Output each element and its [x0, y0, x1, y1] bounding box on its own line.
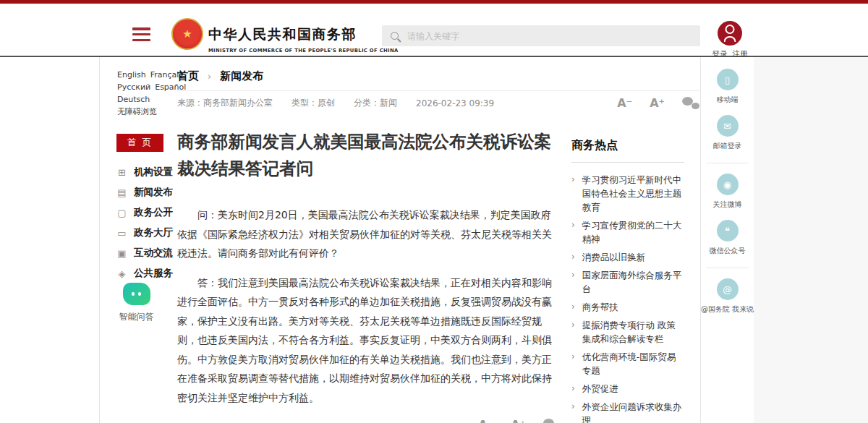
language-link[interactable]: English [117, 70, 146, 80]
article-category: 分类：新闻 [354, 97, 397, 109]
wechat-link[interactable]: ❝微信公众号 [701, 220, 754, 256]
national-emblem-logo: ★ [171, 18, 203, 50]
search-input[interactable] [406, 30, 692, 42]
article-title: 商务部新闻发言人就美国最高法院公布关税诉讼案裁决结果答记者问 [177, 129, 561, 182]
article-paragraph: 答：我们注意到美国最高法院公布关税诉讼案裁决结果，正在对相关内容和影响进行全面评… [177, 273, 561, 408]
public-service-icon: ◈ [116, 268, 127, 279]
article-type: 类型：原创 [292, 97, 335, 109]
hot-topic-link[interactable]: ›外贸促进 [571, 382, 684, 396]
site-title-block: 中华人民共和国商务部 MINISTRY OF COMMERCE OF THE P… [208, 25, 399, 54]
sidebar-item-interaction[interactable]: ▣互动交流 [116, 243, 173, 263]
weibo-link[interactable]: ◉关注微博 [701, 174, 754, 210]
divider [177, 90, 699, 91]
document-icon: ▢ [116, 208, 127, 218]
language-row: РусскийEspañol [117, 81, 173, 93]
hot-topic-link[interactable]: ›学习宣传贯彻党的二十大精神 [571, 218, 684, 246]
hot-topic-label: 外资企业问题诉求收集办理 [582, 400, 684, 423]
sidebar-item-label: 互动交流 [134, 247, 173, 260]
sidebar-item-home[interactable]: 首 页 [116, 134, 163, 152]
left-sidebar: EnglishFrançaisРусскийEspañolDeutsch无障碍浏… [99, 57, 173, 423]
emblem-star-icon: ★ [182, 29, 192, 40]
rail-item-label: 关注微博 [701, 200, 754, 210]
sidebar-item-org[interactable]: ⊞机构设置 [116, 162, 173, 182]
language-switcher: EnglishFrançaisРусскийEspañolDeutsch无障碍浏… [100, 57, 173, 118]
account-area: 登录 注册 [712, 21, 748, 59]
article-body: 问：美东时间2月20日，美国最高法院公布关税诉讼案裁决结果，判定美国政府依据《国… [177, 205, 561, 407]
sidebar-item-label: 新闻发布 [134, 186, 173, 199]
breadcrumb-home[interactable]: 首页 [177, 69, 199, 83]
hot-topic-link[interactable]: ›外资企业问题诉求收集办理 [571, 400, 684, 423]
hot-topic-link[interactable]: ›商务帮扶 [571, 300, 684, 314]
hot-topic-label: 优化营商环境-国际贸易专题 [582, 350, 684, 377]
site-subtitle: MINISTRY OF COMMERCE OF THE PEOPLE'S REP… [208, 48, 399, 54]
site-title: 中华人民共和国商务部 [208, 25, 399, 44]
service-hall-icon: ▭ [116, 228, 127, 239]
sidebar-nav: ⊞机构设置▤新闻发布▢政务公开▭政务大厅▣互动交流◈公共服务 [116, 162, 173, 283]
chevron-right-icon: › [571, 218, 575, 246]
language-link[interactable]: Deutsch [117, 95, 150, 104]
rail-item-label: @国务院 我来说 [701, 304, 754, 315]
org-grid-icon: ⊞ [116, 167, 127, 178]
sidebar-item-label: 政务公开 [134, 206, 173, 219]
rail-item-label: 微信公众号 [701, 246, 754, 256]
article-source: 来源：商务部新闻办公室 [177, 97, 273, 109]
language-row: Deutsch [117, 93, 173, 106]
font-increase-button[interactable]: A⁺ [650, 98, 665, 109]
hot-topic-link[interactable]: ›消费品以旧换新 [571, 250, 684, 264]
hot-topic-link[interactable]: ›学习贯彻习近平新时代中国特色社会主义思想主题教育 [571, 173, 684, 214]
sidebar-item-service-hall[interactable]: ▭政务大厅 [116, 223, 173, 243]
chevron-right-icon: › [571, 400, 575, 423]
sidebar-item-label: 公共服务 [134, 267, 173, 280]
sidebar-item-gov-info[interactable]: ▢政务公开 [116, 202, 173, 223]
chat-icon: ▣ [116, 248, 127, 259]
sidebar-item-news[interactable]: ▤新闻发布 [116, 182, 173, 202]
accessibility-link[interactable]: 无障碍浏览 [117, 106, 173, 118]
search-box[interactable] [382, 25, 700, 46]
font-decrease-button[interactable]: A⁻ [617, 98, 632, 109]
divider [707, 163, 749, 163]
hot-topic-link[interactable]: ›国家层面海外综合服务平台 [571, 268, 684, 296]
divider [707, 268, 749, 268]
font-increase-button[interactable]: A⁺ [511, 419, 526, 423]
hot-topic-label: 学习宣传贯彻党的二十大精神 [582, 218, 684, 246]
breadcrumb: 首页 › 新闻发布 [177, 69, 263, 83]
rail-item-label: 邮箱登录 [701, 141, 754, 151]
hot-topic-label: 外贸促进 [582, 382, 618, 396]
chevron-right-icon: › [571, 300, 575, 314]
language-row: EnglishFrançais [117, 69, 173, 81]
breadcrumb-current[interactable]: 新闻发布 [220, 69, 263, 83]
hot-topic-link[interactable]: ›优化营商环境-国际贸易专题 [571, 350, 684, 377]
mail-link[interactable]: ✉邮箱登录 [701, 115, 754, 151]
hot-topic-link[interactable]: ›提振消费专项行动 政策集成和综合解读专栏 [571, 318, 684, 346]
sidebar-item-public-service[interactable]: ◈公共服务 [116, 263, 173, 283]
article-datetime: 2026-02-23 09:39 [416, 98, 494, 108]
hot-topics-title: 商务热点 [571, 138, 684, 163]
search-icon [391, 32, 399, 40]
article-paragraph: 问：美东时间2月20日，美国最高法院公布关税诉讼案裁决结果，判定美国政府依据《国… [177, 205, 561, 263]
at-link[interactable]: @@国务院 我来说 [701, 278, 754, 315]
smart-qa-chat-icon[interactable] [123, 283, 150, 305]
chevron-right-icon: › [571, 382, 575, 396]
wechat-share-icon[interactable] [543, 419, 561, 423]
mobile-link[interactable]: ▯移动端 [701, 69, 754, 105]
user-icon[interactable] [718, 21, 742, 46]
font-decrease-button[interactable]: A⁻ [478, 419, 493, 423]
chevron-right-icon: › [571, 250, 575, 264]
hamburger-menu-icon[interactable] [132, 27, 150, 41]
mobile-icon: ▯ [717, 69, 739, 90]
font-share-controls-bottom: A⁻ A⁺ [177, 419, 561, 423]
language-link[interactable]: Русский [117, 82, 150, 92]
article-meta: 来源：商务部新闻办公室 类型：原创 分类：新闻 2026-02-23 09:39… [177, 97, 699, 109]
sidebar-item-label: 政务大厅 [134, 226, 173, 239]
hot-topics-list: ›学习贯彻习近平新时代中国特色社会主义思想主题教育›学习宣传贯彻党的二十大精神›… [571, 173, 684, 423]
sidebar-item-label: 机构设置 [134, 166, 173, 179]
smart-qa: 智能问答 [100, 283, 173, 323]
page-body: EnglishFrançaisРусскийEspañolDeutsch无障碍浏… [0, 57, 868, 423]
wechat-share-icon[interactable] [682, 97, 699, 109]
chevron-right-icon: › [571, 173, 575, 214]
hot-topic-label: 国家层面海外综合服务平台 [582, 268, 684, 296]
hot-topic-label: 学习贯彻习近平新时代中国特色社会主义思想主题教育 [582, 173, 684, 214]
mail-icon: ✉ [717, 115, 739, 137]
smart-qa-label: 智能问答 [100, 311, 173, 323]
right-background [753, 57, 868, 423]
